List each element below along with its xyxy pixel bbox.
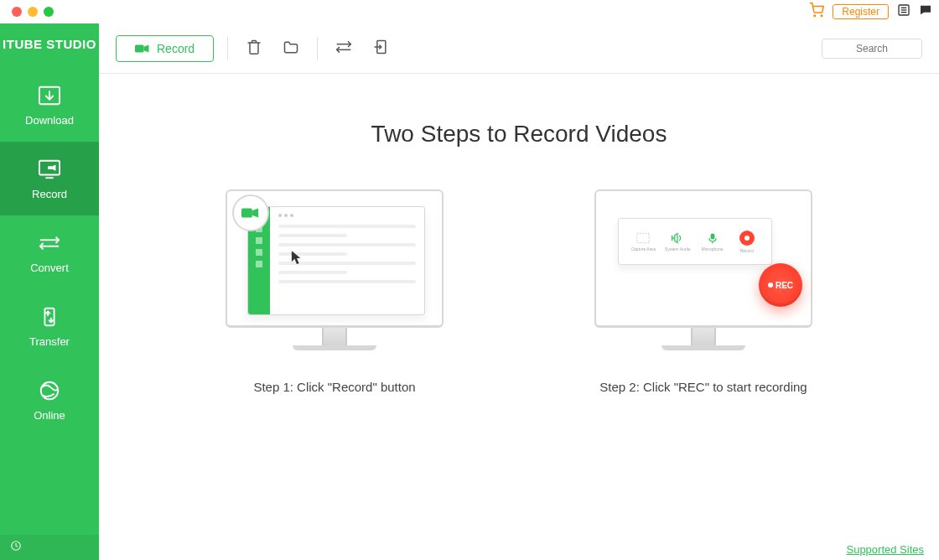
divider [227, 37, 228, 60]
maximize-window-button[interactable] [44, 7, 54, 17]
page-title: Two Steps to Record Videos [371, 121, 667, 148]
step1-label: Step 1: Click "Record" button [253, 380, 415, 394]
step2-illustration: Capture Area System Audio Microphone Rec… [594, 189, 812, 360]
content-footer: Supported Sites [99, 538, 939, 560]
svg-rect-23 [637, 233, 649, 242]
export-button[interactable] [368, 36, 393, 61]
divider [317, 37, 318, 60]
main-body: Two Steps to Record Videos [99, 74, 939, 538]
sidebar-item-record[interactable]: Record [0, 142, 99, 215]
convert-icon [36, 231, 63, 255]
sidebar-item-label: Online [34, 409, 65, 422]
cycle-icon [335, 39, 352, 58]
sidebar: ITUBE STUDIO Download Record Convert Tra… [0, 23, 99, 560]
step-2: Capture Area System Audio Microphone Rec… [594, 189, 812, 394]
download-icon [36, 84, 63, 107]
folder-icon [283, 39, 299, 58]
svg-marker-24 [675, 233, 677, 242]
record-button[interactable]: Record [116, 35, 214, 62]
clock-icon [10, 540, 22, 555]
panel-opt3: Microphone [701, 246, 723, 251]
transfer-icon [36, 305, 63, 329]
svg-marker-18 [144, 44, 149, 52]
folder-button[interactable] [278, 36, 303, 61]
steps-row: Step 1: Click "Record" button Capture Ar… [226, 189, 812, 394]
svg-marker-22 [252, 209, 258, 218]
svg-point-0 [814, 15, 816, 17]
toolbar: Record [99, 23, 939, 74]
trash-button[interactable] [241, 36, 267, 61]
rec-big-button-illustration: REC [759, 263, 802, 307]
svg-rect-21 [241, 209, 252, 218]
close-window-button[interactable] [12, 7, 22, 17]
panel-opt1: Capture Area [630, 246, 655, 251]
step1-illustration [226, 189, 444, 360]
sidebar-item-label: Record [32, 188, 67, 200]
sidebar-item-label: Convert [30, 262, 69, 274]
panel-opt4: Record [740, 248, 754, 253]
svg-marker-10 [53, 164, 56, 170]
export-icon [372, 39, 389, 58]
history-footer[interactable] [0, 535, 99, 560]
step2-label: Step 2: Click "REC" to start recording [599, 380, 807, 394]
register-button[interactable]: Register [833, 4, 889, 19]
svg-point-1 [822, 15, 823, 17]
panel-opt2: System Audio [665, 246, 691, 251]
globe-icon [36, 379, 63, 402]
camera-icon [232, 194, 269, 231]
svg-rect-25 [710, 233, 714, 239]
sidebar-item-convert[interactable]: Convert [0, 215, 99, 289]
minimize-window-button[interactable] [28, 7, 38, 17]
sidebar-item-label: Download [25, 114, 74, 127]
svg-rect-9 [48, 166, 53, 169]
sidebar-item-transfer[interactable]: Transfer [0, 289, 99, 363]
traffic-lights [12, 7, 54, 17]
menu-list-icon[interactable] [897, 3, 910, 20]
svg-rect-17 [135, 44, 144, 52]
refresh-convert-button[interactable] [331, 36, 356, 61]
window-titlebar: Register [0, 0, 939, 23]
search-input[interactable] [822, 39, 922, 59]
step-1: Step 1: Click "Record" button [226, 189, 444, 394]
svg-rect-12 [44, 308, 54, 324]
content-area: Record Two Steps to Record Videos [99, 23, 939, 560]
sidebar-item-label: Transfer [29, 335, 70, 348]
record-monitor-icon [36, 158, 63, 181]
cart-icon[interactable] [809, 3, 824, 21]
app-title: ITUBE STUDIO [3, 23, 96, 68]
feedback-icon[interactable] [919, 3, 932, 20]
supported-sites-link[interactable]: Supported Sites [846, 543, 924, 556]
camera-icon [135, 43, 150, 54]
trash-icon [246, 39, 262, 58]
sidebar-item-online[interactable]: Online [0, 363, 99, 437]
rec-label: REC [776, 281, 793, 290]
cursor-icon [291, 250, 303, 268]
record-button-label: Record [157, 42, 195, 55]
sidebar-item-download[interactable]: Download [0, 68, 99, 142]
